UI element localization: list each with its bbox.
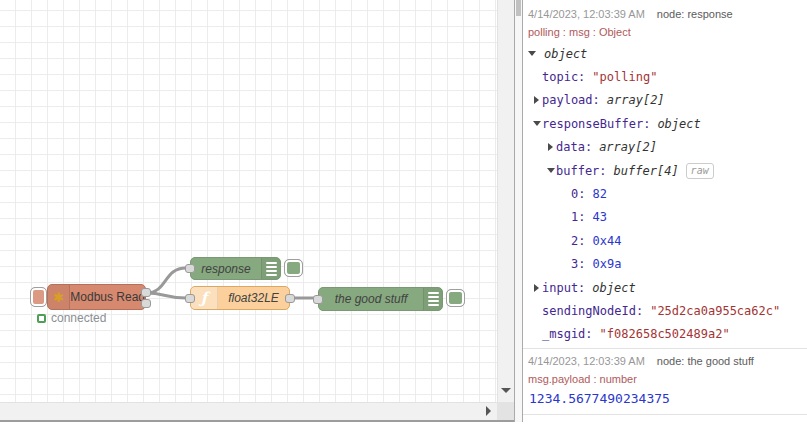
scroll-down-arrow-icon[interactable] (501, 388, 511, 393)
debug-object-tree: object topic: "polling" payload: array[2… (523, 42, 807, 346)
node-status: connected (37, 311, 106, 325)
expand-arrow-icon[interactable] (546, 143, 556, 151)
expand-arrow-icon[interactable] (532, 96, 542, 104)
modbus-flower-icon: ✱ (48, 285, 70, 309)
debug-timestamp: 4/14/2023, 12:03:39 AM (528, 8, 645, 20)
debug-tree-row[interactable]: buffer: buffer[4] raw (523, 159, 807, 182)
collapse-arrow-icon[interactable] (532, 121, 542, 126)
node-label: float32LE (218, 287, 289, 309)
float32le-output-port[interactable] (285, 294, 295, 303)
debug-tree-row[interactable]: data: array[2] (523, 136, 807, 159)
debug-message-meta: polling : msg : Object (523, 26, 807, 38)
sidebar-splitter[interactable] (514, 0, 523, 422)
debug-message-meta: msg.payload : number (523, 373, 807, 385)
goodstuff-debug-toggle-button[interactable] (446, 289, 465, 307)
response-debug-toggle-button[interactable] (284, 259, 303, 277)
debug-node-label: node: response (657, 8, 733, 20)
modbus-output-port-1[interactable] (141, 288, 151, 297)
debug-node-label: node: the good stuff (657, 355, 754, 367)
wire-modbus-to-response[interactable] (146, 268, 186, 293)
debug-tree-row[interactable]: topic: "polling" (523, 65, 807, 88)
node-modbus-read[interactable]: ✱ Modbus Read (47, 284, 146, 310)
flow-canvas[interactable]: ✱ Modbus Read connected response ƒ float… (0, 0, 497, 402)
debug-tree-row[interactable]: 1: 43 (523, 206, 807, 229)
float32le-input-port[interactable] (185, 294, 195, 303)
debug-tree-row[interactable]: 2: 0x44 (523, 229, 807, 252)
collapse-arrow-icon[interactable] (527, 51, 537, 56)
debug-list-icon (261, 258, 280, 279)
modbus-output-port-2[interactable] (141, 299, 151, 308)
debug-message: 4/14/2023, 12:03:39 AMnode: the good stu… (523, 349, 807, 415)
node-label: Modbus Read (70, 285, 145, 309)
node-red-window: ✱ Modbus Read connected response ƒ float… (0, 0, 807, 424)
status-label: connected (51, 311, 106, 325)
node-the-good-stuff[interactable]: the good stuff (318, 287, 443, 311)
debug-timestamp: 4/14/2023, 12:03:39 AM (528, 355, 645, 367)
collapse-arrow-icon[interactable] (546, 168, 556, 173)
sidebar-scrollbar-thumb[interactable] (516, 0, 521, 16)
scrollbar-corner (497, 402, 514, 420)
horizontal-scrollbar[interactable] (0, 402, 497, 420)
modbus-node-button[interactable] (30, 287, 47, 307)
node-float32le[interactable]: ƒ float32LE (190, 286, 290, 310)
debug-message-header: 4/14/2023, 12:03:39 AMnode: the good stu… (523, 355, 807, 367)
debug-message-header: 4/14/2023, 12:03:39 AMnode: response (523, 8, 807, 20)
response-input-port[interactable] (185, 264, 195, 273)
debug-tree-row[interactable]: 0: 82 (523, 182, 807, 205)
debug-tree-row[interactable]: responseBuffer: object (523, 112, 807, 135)
debug-tree-row[interactable]: input: object (523, 276, 807, 299)
status-connected-icon (37, 314, 46, 323)
wire-layer (0, 0, 497, 402)
wire-modbus-to-function[interactable] (146, 293, 186, 298)
vertical-scrollbar[interactable] (497, 0, 514, 402)
debug-tree-row[interactable]: sendingNodeId: "25d2ca0a955ca62c" (523, 299, 807, 322)
debug-tree-row[interactable]: _msgid: "f082658c502489a2" (523, 323, 807, 346)
debug-tree-row[interactable]: 3: 0x9a (523, 253, 807, 276)
node-label: the good stuff (319, 288, 423, 310)
node-response[interactable]: response (190, 257, 281, 280)
node-label: response (191, 258, 261, 279)
expand-arrow-icon[interactable] (532, 284, 542, 292)
scroll-right-arrow-icon[interactable] (486, 406, 491, 416)
debug-sidebar[interactable]: 4/14/2023, 12:03:39 AMnode: response pol… (523, 0, 807, 424)
debug-tree-row[interactable]: payload: array[2] (523, 89, 807, 112)
goodstuff-input-port[interactable] (313, 295, 323, 304)
debug-message: 4/14/2023, 12:03:39 AMnode: response pol… (523, 0, 807, 349)
raw-button[interactable]: raw (686, 163, 714, 179)
debug-tree-row[interactable]: object (523, 42, 807, 65)
debug-list-icon (423, 288, 442, 310)
workspace-bottom-border (0, 420, 514, 422)
debug-payload-value: 1234.5677490234375 (523, 391, 807, 406)
function-icon: ƒ (191, 287, 218, 309)
